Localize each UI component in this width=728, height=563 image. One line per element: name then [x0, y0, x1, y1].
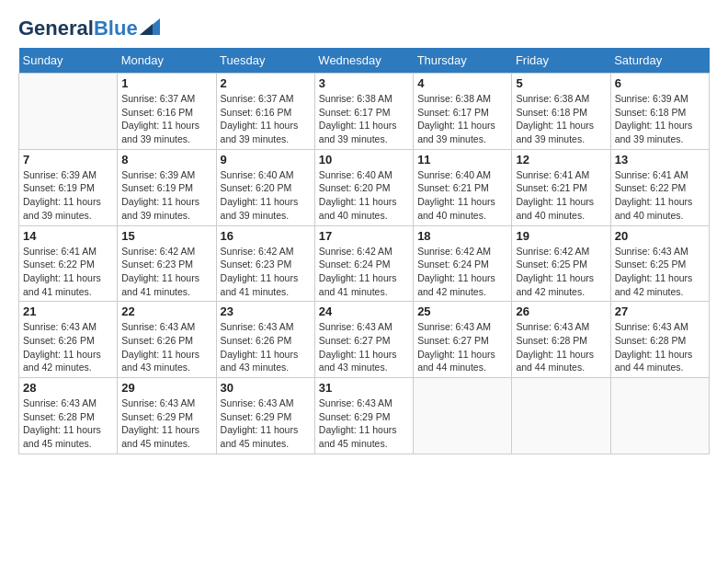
- calendar-table: SundayMondayTuesdayWednesdayThursdayFrid…: [18, 48, 710, 454]
- calendar-cell: 11 Sunrise: 6:40 AMSunset: 6:21 PMDaylig…: [414, 149, 512, 225]
- calendar-cell: 14 Sunrise: 6:41 AMSunset: 6:22 PMDaylig…: [19, 225, 118, 302]
- cell-info: Sunrise: 6:43 AMSunset: 6:26 PMDaylight:…: [121, 321, 199, 373]
- day-number: 7: [23, 153, 113, 167]
- day-number: 18: [417, 229, 507, 243]
- day-number: 23: [221, 304, 311, 318]
- calendar-week-3: 14 Sunrise: 6:41 AMSunset: 6:22 PMDaylig…: [19, 225, 710, 302]
- cell-info: Sunrise: 6:41 AMSunset: 6:22 PMDaylight:…: [615, 169, 693, 221]
- day-number: 27: [615, 304, 705, 318]
- calendar-cell: 26 Sunrise: 6:43 AMSunset: 6:28 PMDaylig…: [512, 302, 610, 378]
- cell-info: Sunrise: 6:37 AMSunset: 6:16 PMDaylight:…: [121, 93, 199, 144]
- cell-info: Sunrise: 6:42 AMSunset: 6:23 PMDaylight:…: [121, 246, 199, 297]
- cell-info: Sunrise: 6:40 AMSunset: 6:20 PMDaylight:…: [319, 169, 397, 221]
- cell-info: Sunrise: 6:43 AMSunset: 6:28 PMDaylight:…: [615, 321, 693, 373]
- cell-info: Sunrise: 6:43 AMSunset: 6:26 PMDaylight:…: [23, 321, 101, 373]
- logo: GeneralBlue: [18, 18, 160, 39]
- calendar-cell: 5 Sunrise: 6:38 AMSunset: 6:18 PMDayligh…: [512, 74, 610, 150]
- calendar-week-1: 1 Sunrise: 6:37 AMSunset: 6:16 PMDayligh…: [19, 74, 710, 150]
- calendar-body: 1 Sunrise: 6:37 AMSunset: 6:16 PMDayligh…: [19, 74, 710, 454]
- cell-info: Sunrise: 6:38 AMSunset: 6:17 PMDaylight:…: [417, 93, 495, 144]
- calendar-cell: 9 Sunrise: 6:40 AMSunset: 6:20 PMDayligh…: [216, 149, 314, 225]
- day-number: 28: [23, 381, 113, 395]
- day-number: 30: [221, 381, 311, 395]
- calendar-cell: 18 Sunrise: 6:42 AMSunset: 6:24 PMDaylig…: [414, 225, 512, 302]
- calendar-cell: 13 Sunrise: 6:41 AMSunset: 6:22 PMDaylig…: [610, 149, 709, 225]
- calendar-cell: 15 Sunrise: 6:42 AMSunset: 6:23 PMDaylig…: [118, 225, 216, 302]
- cell-info: Sunrise: 6:43 AMSunset: 6:29 PMDaylight:…: [319, 397, 397, 449]
- calendar-week-2: 7 Sunrise: 6:39 AMSunset: 6:19 PMDayligh…: [19, 149, 710, 225]
- cell-info: Sunrise: 6:43 AMSunset: 6:27 PMDaylight:…: [319, 321, 397, 373]
- day-number: 1: [121, 76, 211, 90]
- day-number: 2: [221, 76, 311, 90]
- day-number: 5: [516, 76, 606, 90]
- calendar-cell: 12 Sunrise: 6:41 AMSunset: 6:21 PMDaylig…: [512, 149, 610, 225]
- day-number: 10: [319, 153, 409, 167]
- calendar-cell: [414, 378, 512, 454]
- cell-info: Sunrise: 6:41 AMSunset: 6:21 PMDaylight:…: [516, 169, 594, 221]
- calendar-cell: 20 Sunrise: 6:43 AMSunset: 6:25 PMDaylig…: [610, 225, 709, 302]
- calendar-cell: 21 Sunrise: 6:43 AMSunset: 6:26 PMDaylig…: [19, 302, 118, 378]
- calendar-cell: 31 Sunrise: 6:43 AMSunset: 6:29 PMDaylig…: [314, 378, 413, 454]
- calendar-cell: 16 Sunrise: 6:42 AMSunset: 6:23 PMDaylig…: [216, 225, 314, 302]
- calendar-cell: 29 Sunrise: 6:43 AMSunset: 6:29 PMDaylig…: [118, 378, 216, 454]
- cell-info: Sunrise: 6:40 AMSunset: 6:20 PMDaylight:…: [221, 169, 299, 221]
- calendar-cell: 3 Sunrise: 6:38 AMSunset: 6:17 PMDayligh…: [314, 74, 413, 150]
- calendar-header: SundayMondayTuesdayWednesdayThursdayFrid…: [19, 48, 710, 74]
- day-number: 22: [121, 304, 211, 318]
- cell-info: Sunrise: 6:38 AMSunset: 6:17 PMDaylight:…: [319, 93, 397, 144]
- calendar-cell: 6 Sunrise: 6:39 AMSunset: 6:18 PMDayligh…: [610, 74, 709, 150]
- calendar-cell: 25 Sunrise: 6:43 AMSunset: 6:27 PMDaylig…: [414, 302, 512, 378]
- day-number: 25: [417, 304, 507, 318]
- cell-info: Sunrise: 6:43 AMSunset: 6:26 PMDaylight:…: [221, 321, 299, 373]
- day-number: 26: [516, 304, 606, 318]
- page-header: GeneralBlue: [18, 18, 710, 39]
- day-number: 19: [516, 229, 606, 243]
- calendar-cell: 19 Sunrise: 6:42 AMSunset: 6:25 PMDaylig…: [512, 225, 610, 302]
- calendar-week-4: 21 Sunrise: 6:43 AMSunset: 6:26 PMDaylig…: [19, 302, 710, 378]
- day-header-sunday: Sunday: [19, 48, 118, 74]
- day-header-monday: Monday: [118, 48, 216, 74]
- logo-text: GeneralBlue: [18, 18, 138, 39]
- day-number: 14: [23, 229, 113, 243]
- day-number: 29: [121, 381, 211, 395]
- cell-info: Sunrise: 6:43 AMSunset: 6:29 PMDaylight:…: [221, 397, 299, 449]
- logo-icon: [140, 18, 160, 35]
- cell-info: Sunrise: 6:39 AMSunset: 6:19 PMDaylight:…: [121, 169, 199, 221]
- cell-info: Sunrise: 6:43 AMSunset: 6:25 PMDaylight:…: [615, 246, 693, 297]
- calendar-cell: 27 Sunrise: 6:43 AMSunset: 6:28 PMDaylig…: [610, 302, 709, 378]
- cell-info: Sunrise: 6:42 AMSunset: 6:24 PMDaylight:…: [319, 246, 397, 297]
- cell-info: Sunrise: 6:42 AMSunset: 6:23 PMDaylight:…: [221, 246, 299, 297]
- calendar-cell: 23 Sunrise: 6:43 AMSunset: 6:26 PMDaylig…: [216, 302, 314, 378]
- day-header-tuesday: Tuesday: [216, 48, 314, 74]
- calendar-week-5: 28 Sunrise: 6:43 AMSunset: 6:28 PMDaylig…: [19, 378, 710, 454]
- day-number: 16: [221, 229, 311, 243]
- calendar-cell: 10 Sunrise: 6:40 AMSunset: 6:20 PMDaylig…: [314, 149, 413, 225]
- day-number: 9: [221, 153, 311, 167]
- day-number: 3: [319, 76, 409, 90]
- cell-info: Sunrise: 6:40 AMSunset: 6:21 PMDaylight:…: [417, 169, 495, 221]
- cell-info: Sunrise: 6:39 AMSunset: 6:19 PMDaylight:…: [23, 169, 101, 221]
- day-number: 11: [417, 153, 507, 167]
- day-number: 21: [23, 304, 113, 318]
- calendar-cell: [512, 378, 610, 454]
- cell-info: Sunrise: 6:38 AMSunset: 6:18 PMDaylight:…: [516, 93, 594, 144]
- calendar-cell: 17 Sunrise: 6:42 AMSunset: 6:24 PMDaylig…: [314, 225, 413, 302]
- calendar-cell: 24 Sunrise: 6:43 AMSunset: 6:27 PMDaylig…: [314, 302, 413, 378]
- calendar-cell: 2 Sunrise: 6:37 AMSunset: 6:16 PMDayligh…: [216, 74, 314, 150]
- cell-info: Sunrise: 6:43 AMSunset: 6:28 PMDaylight:…: [23, 397, 101, 449]
- day-number: 8: [121, 153, 211, 167]
- calendar-cell: 8 Sunrise: 6:39 AMSunset: 6:19 PMDayligh…: [118, 149, 216, 225]
- calendar-cell: [610, 378, 709, 454]
- cell-info: Sunrise: 6:42 AMSunset: 6:24 PMDaylight:…: [417, 246, 495, 297]
- day-number: 15: [121, 229, 211, 243]
- day-header-friday: Friday: [512, 48, 610, 74]
- cell-info: Sunrise: 6:43 AMSunset: 6:29 PMDaylight:…: [121, 397, 199, 449]
- day-header-saturday: Saturday: [610, 48, 709, 74]
- day-number: 24: [319, 304, 409, 318]
- cell-info: Sunrise: 6:39 AMSunset: 6:18 PMDaylight:…: [615, 93, 693, 144]
- calendar-cell: [19, 74, 118, 150]
- cell-info: Sunrise: 6:42 AMSunset: 6:25 PMDaylight:…: [516, 246, 594, 297]
- cell-info: Sunrise: 6:43 AMSunset: 6:27 PMDaylight:…: [417, 321, 495, 373]
- day-number: 4: [417, 76, 507, 90]
- calendar-cell: 30 Sunrise: 6:43 AMSunset: 6:29 PMDaylig…: [216, 378, 314, 454]
